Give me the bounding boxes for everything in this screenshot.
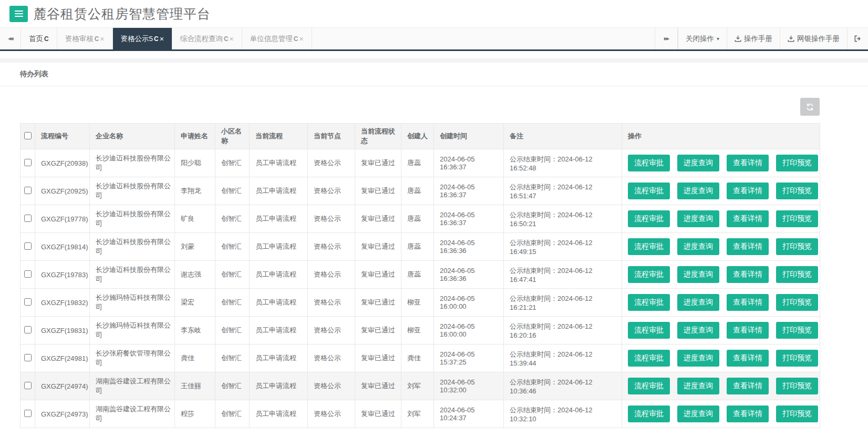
cell-created-time: 2024-06-05 16:36:36: [434, 233, 504, 261]
print-preview-button[interactable]: 打印预览: [776, 322, 818, 339]
row-checkbox[interactable]: [24, 159, 32, 166]
cell-created-time: 2024-06-05 15:37:25: [434, 344, 504, 372]
progress-query-button[interactable]: 进度查询: [677, 322, 719, 339]
cell-current-node: 资格公示: [308, 400, 355, 428]
cell-community: 创智汇: [215, 261, 250, 289]
tab-close-icon[interactable]: ×: [100, 35, 104, 43]
progress-query-button[interactable]: 进度查询: [677, 294, 719, 311]
progress-query-button[interactable]: 进度查询: [677, 406, 719, 422]
col-header-current-flow: 当前流程: [250, 124, 308, 149]
view-details-button[interactable]: 查看详情: [727, 322, 769, 339]
tab-refresh-icon[interactable]: C: [95, 35, 99, 43]
refresh-button[interactable]: [800, 98, 820, 116]
print-preview-button[interactable]: 打印预览: [776, 183, 818, 199]
cell-community: 创智汇: [215, 177, 250, 205]
cell-applicant: 梁宏: [175, 289, 215, 317]
row-checkbox[interactable]: [24, 242, 32, 250]
menu-icon[interactable]: [9, 6, 28, 22]
progress-query-button[interactable]: 进度查询: [677, 183, 719, 199]
table-row: GXGZF(24973) 湖南蘦谷建设工程有限公司 程莎 创智汇 员工申请流程 …: [20, 400, 820, 428]
table-row: GXGZF(19814) 长沙迪迈科技股份有限公司 刘蒙 创智汇 员工申请流程 …: [20, 233, 820, 261]
cell-community: 创智汇: [215, 149, 250, 177]
flow-approve-button[interactable]: 流程审批: [628, 406, 670, 422]
progress-query-button[interactable]: 进度查询: [677, 266, 719, 283]
collapse-left-icon[interactable]: ◀◀: [0, 28, 21, 49]
tab-close-icon[interactable]: ×: [160, 35, 164, 43]
close-operations-dropdown[interactable]: 关闭操作 ▾: [678, 28, 727, 49]
col-header-flow-status: 当前流程状态: [355, 124, 401, 149]
flow-approve-button[interactable]: 流程审批: [628, 350, 670, 367]
tab-close-icon[interactable]: ×: [230, 35, 234, 43]
print-preview-button[interactable]: 打印预览: [776, 406, 818, 422]
row-checkbox[interactable]: [24, 326, 32, 333]
cell-applicant: 程莎: [175, 400, 215, 428]
app-header: 麓谷租赁公租房智慧管理平台: [0, 0, 868, 27]
cell-process-id: GXGZF(19814): [35, 233, 90, 261]
row-checkbox[interactable]: [24, 410, 32, 417]
flow-approve-button[interactable]: 流程审批: [628, 322, 670, 339]
bank-manual-download-button[interactable]: 网银操作手册: [780, 28, 847, 49]
flow-approve-button[interactable]: 流程审批: [628, 155, 670, 171]
tab-home[interactable]: 首页 C: [21, 28, 57, 49]
row-checkbox[interactable]: [24, 215, 32, 222]
row-checkbox[interactable]: [24, 187, 32, 194]
row-checkbox[interactable]: [24, 270, 32, 278]
progress-query-button[interactable]: 进度查询: [677, 155, 719, 171]
view-details-button[interactable]: 查看详情: [727, 350, 769, 367]
flow-approve-button[interactable]: 流程审批: [628, 294, 670, 311]
progress-query-button[interactable]: 进度查询: [677, 238, 719, 255]
print-preview-button[interactable]: 打印预览: [776, 294, 818, 311]
tab-qualification-publicity[interactable]: 资格公示5 C ×: [113, 28, 172, 49]
view-details-button[interactable]: 查看详情: [727, 210, 769, 227]
cell-actions: 流程审批 进度查询 查看详情 打印预览: [622, 400, 820, 428]
tab-unit-info[interactable]: 单位信息管理 C ×: [242, 28, 312, 49]
progress-query-button[interactable]: 进度查询: [677, 350, 719, 367]
tab-refresh-icon[interactable]: C: [154, 35, 159, 43]
cell-flow-status: 复审已通过: [355, 233, 401, 261]
print-preview-button[interactable]: 打印预览: [776, 350, 818, 367]
cell-applicant: 李东岐: [175, 317, 215, 344]
flow-approve-button[interactable]: 流程审批: [628, 378, 670, 394]
select-all-checkbox[interactable]: [24, 132, 32, 139]
print-preview-button[interactable]: 打印预览: [776, 266, 818, 283]
view-details-button[interactable]: 查看详情: [727, 238, 769, 255]
cell-current-flow: 员工申请流程: [250, 205, 308, 233]
progress-query-button[interactable]: 进度查询: [677, 378, 719, 394]
row-checkbox[interactable]: [24, 382, 32, 389]
tab-label: 资格公示5: [121, 34, 153, 44]
view-details-button[interactable]: 查看详情: [727, 266, 769, 283]
print-preview-button[interactable]: 打印预览: [776, 238, 818, 255]
tab-refresh-icon[interactable]: C: [294, 35, 298, 43]
view-details-button[interactable]: 查看详情: [727, 294, 769, 311]
print-preview-button[interactable]: 打印预览: [776, 378, 818, 394]
row-checkbox[interactable]: [24, 298, 32, 306]
print-preview-button[interactable]: 打印预览: [776, 210, 818, 227]
view-details-button[interactable]: 查看详情: [727, 183, 769, 199]
cell-remark: 公示结束时间：2024-06-12 16:21:21: [504, 289, 622, 317]
flow-approve-button[interactable]: 流程审批: [628, 266, 670, 283]
view-details-button[interactable]: 查看详情: [727, 378, 769, 394]
cell-current-flow: 员工申请流程: [250, 317, 308, 344]
cell-process-id: GXGZF(19832): [35, 289, 90, 317]
print-preview-button[interactable]: 打印预览: [776, 155, 818, 171]
tab-process-query[interactable]: 综合流程查询 C ×: [172, 28, 242, 49]
tab-refresh-icon[interactable]: C: [44, 35, 49, 43]
col-header-community: 小区名称: [215, 124, 250, 149]
view-details-button[interactable]: 查看详情: [727, 155, 769, 171]
flow-approve-button[interactable]: 流程审批: [628, 183, 670, 199]
view-details-button[interactable]: 查看详情: [727, 406, 769, 422]
flow-approve-button[interactable]: 流程审批: [628, 238, 670, 255]
logout-button[interactable]: [847, 28, 868, 49]
manual-download-button[interactable]: 操作手册: [727, 28, 780, 49]
tab-close-icon[interactable]: ×: [299, 35, 303, 43]
tab-refresh-icon[interactable]: C: [224, 35, 229, 43]
collapse-right-icon[interactable]: ▶▶: [655, 28, 678, 49]
cell-remark: 公示结束时间：2024-06-12 16:49:15: [504, 233, 622, 261]
progress-query-button[interactable]: 进度查询: [677, 210, 719, 227]
row-checkbox[interactable]: [24, 354, 32, 361]
col-header-process-id: 流程编号: [35, 124, 90, 149]
cell-current-flow: 员工申请流程: [250, 400, 308, 428]
tab-qualification-review[interactable]: 资格审核 C ×: [57, 28, 113, 49]
flow-approve-button[interactable]: 流程审批: [628, 210, 670, 227]
cell-remark: 公示结束时间：2024-06-12 16:52:48: [504, 149, 622, 177]
